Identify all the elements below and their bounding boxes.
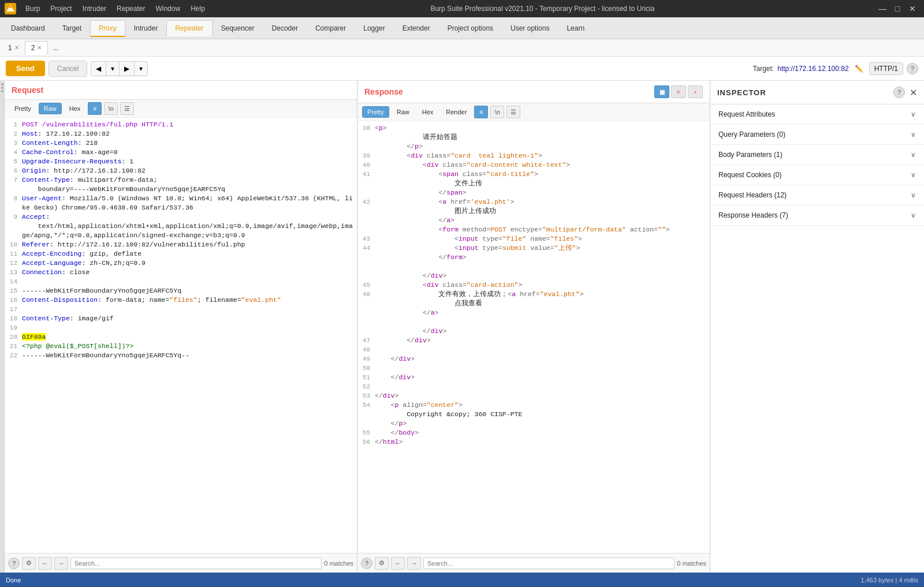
request-raw-btn[interactable]: Raw [39, 103, 62, 114]
repeater-tab-1[interactable]: 1 ✕ [2, 42, 25, 54]
response-view-list-btn[interactable]: ≡ [671, 85, 686, 98]
minimize-button[interactable]: — [875, 3, 889, 14]
tab-1-close[interactable]: ✕ [14, 44, 19, 51]
close-button[interactable]: ✕ [906, 3, 919, 14]
response-newline-icon-btn[interactable]: \n [490, 106, 504, 118]
request-search-input[interactable] [70, 558, 322, 569]
request-search-next-icon[interactable]: → [54, 557, 68, 570]
request-search-help-icon[interactable]: ? [8, 558, 20, 569]
tab-2-close[interactable]: ✕ [37, 44, 42, 51]
response-menu-icon-btn[interactable]: ☰ [506, 106, 520, 118]
code-line: </div> [357, 271, 710, 281]
request-list-icon-btn[interactable]: ≡ [88, 102, 102, 115]
inspector-panel: INSPECTOR ? ✕ Request Attributes ∨ Query… [710, 81, 924, 573]
menu-project[interactable]: Project [46, 3, 76, 14]
code-line: 52 [357, 382, 710, 391]
response-code-area[interactable]: 38<p> 请开始答题 </p> 39 <div class="card tea… [357, 121, 710, 553]
code-line: </a> [357, 308, 710, 317]
code-line: 8User-Agent: Mozilla/5.0 (Windows NT 10.… [5, 194, 357, 212]
response-search-next-icon[interactable]: → [407, 557, 421, 570]
tab-proxy[interactable]: Proxy [90, 20, 125, 37]
tab-sequencer[interactable]: Sequencer [213, 20, 263, 36]
response-search-prev-icon[interactable]: ← [391, 557, 405, 570]
query-params-chevron-icon: ∨ [911, 130, 916, 139]
inspector-section-response-headers: Response Headers (7) ∨ [710, 205, 924, 226]
inspector-section-query-params-header[interactable]: Query Parameters (0) ∨ [710, 125, 924, 144]
response-search-settings-icon[interactable]: ⚙ [375, 557, 389, 570]
code-line: <form method=POST enctype="multipart/for… [357, 225, 710, 234]
request-newline-icon-btn[interactable]: \n [104, 102, 118, 115]
code-line: 50 [357, 364, 710, 373]
request-pretty-btn[interactable]: Pretty [9, 103, 36, 114]
tab-logger[interactable]: Logger [355, 20, 393, 36]
response-list-icon-btn[interactable]: ≡ [474, 106, 488, 118]
status-info: 1,463 bytes | 4 millis [861, 577, 918, 584]
response-hex-btn[interactable]: Hex [417, 106, 439, 118]
menu-items: Burp Project Intruder Repeater Window He… [21, 3, 210, 14]
tab-2-label: 2 [31, 44, 35, 52]
inspector-help-icon[interactable]: ? [893, 87, 905, 98]
cancel-button[interactable]: Cancel [49, 61, 87, 77]
tab-learn[interactable]: Learn [558, 20, 593, 36]
status-text: Done [6, 577, 21, 584]
menu-window[interactable]: Window [151, 3, 185, 14]
inspector-section-query-params: Query Parameters (0) ∨ [710, 125, 924, 145]
response-render-btn[interactable]: Render [441, 106, 472, 118]
repeater-tab-2[interactable]: 2 ✕ [25, 41, 49, 55]
request-code-area[interactable]: 1POST /vulnerabilities/ful.php HTTP/1.1 … [5, 118, 357, 553]
inspector-section-request-cookies-header[interactable]: Request Cookies (0) ∨ [710, 165, 924, 185]
toolbar-help-icon[interactable]: ? [907, 63, 918, 74]
tab-user-options[interactable]: User options [502, 20, 558, 36]
response-search-input[interactable] [423, 558, 675, 569]
tab-intruder[interactable]: Intruder [125, 20, 166, 36]
inspector-section-request-attrs-header[interactable]: Request Attributes ∨ [710, 104, 924, 124]
response-view-small-btn[interactable]: ▪ [688, 85, 703, 98]
code-line: 56</html> [357, 438, 710, 447]
inspector-close-icon[interactable]: ✕ [910, 87, 917, 98]
nav-left-button[interactable]: ◀ [91, 62, 106, 76]
inspector-section-request-headers: Request Headers (12) ∨ [710, 185, 924, 205]
code-line: </span> [357, 188, 710, 197]
tab-decoder[interactable]: Decoder [263, 20, 307, 36]
response-raw-btn[interactable]: Raw [392, 106, 415, 118]
tab-repeater[interactable]: Repeater [166, 20, 212, 36]
response-search-help-icon[interactable]: ? [361, 558, 372, 569]
request-search-prev-icon[interactable]: ← [38, 557, 52, 570]
nav-right-button[interactable]: ▶ [120, 62, 135, 76]
menu-burp[interactable]: Burp [21, 3, 44, 14]
tab-comparer[interactable]: Comparer [307, 20, 355, 36]
response-pretty-btn[interactable]: Pretty [362, 106, 389, 118]
code-line: </p> [357, 419, 710, 428]
nav-right-dropdown-button[interactable]: ▾ [135, 62, 147, 76]
inspector-section-request-cookies: Request Cookies (0) ∨ [710, 165, 924, 185]
inspector-section-request-headers-header[interactable]: Request Headers (12) ∨ [710, 185, 924, 205]
response-view-grid-btn[interactable]: ▦ [654, 85, 669, 98]
svg-point-1 [9, 6, 12, 8]
request-menu-icon-btn[interactable]: ☰ [120, 102, 134, 115]
tab-target[interactable]: Target [54, 20, 90, 36]
request-search-settings-icon[interactable]: ⚙ [22, 557, 36, 570]
edit-target-icon[interactable]: ✏️ [855, 65, 863, 73]
maximize-button[interactable]: □ [891, 3, 904, 14]
title-bar: Burp Project Intruder Repeater Window He… [0, 0, 924, 17]
request-matches-label: 0 matches [324, 560, 353, 567]
tab-project-options[interactable]: Project options [439, 20, 502, 36]
menu-help[interactable]: Help [186, 3, 210, 14]
code-line: 39 <div class="card teal lighten-1"> [357, 151, 710, 160]
repeater-tab-more[interactable]: ... [48, 42, 63, 54]
menu-intruder[interactable]: Intruder [78, 3, 111, 14]
http-version-badge[interactable]: HTTP/1 [869, 62, 903, 75]
tab-extender[interactable]: Extender [394, 20, 439, 36]
inspector-section-body-params-header[interactable]: Body Parameters (1) ∨ [710, 145, 924, 164]
main-tab-bar: Dashboard Target Proxy Intruder Repeater… [0, 17, 924, 39]
nav-left-dropdown-button[interactable]: ▾ [106, 62, 120, 76]
tab-dashboard[interactable]: Dashboard [2, 20, 54, 36]
code-line: 6Origin: http://172.16.12.100:82 [5, 166, 357, 175]
inspector-section-response-headers-header[interactable]: Response Headers (7) ∨ [710, 205, 924, 225]
request-title: Request [12, 85, 43, 95]
menu-repeater[interactable]: Repeater [112, 3, 150, 14]
code-line: </p> [357, 142, 710, 151]
main-content: Request Pretty Raw Hex ≡ \n ☰ 1POST /vul… [0, 81, 924, 573]
send-button[interactable]: Send [6, 61, 45, 76]
request-hex-btn[interactable]: Hex [64, 103, 86, 114]
